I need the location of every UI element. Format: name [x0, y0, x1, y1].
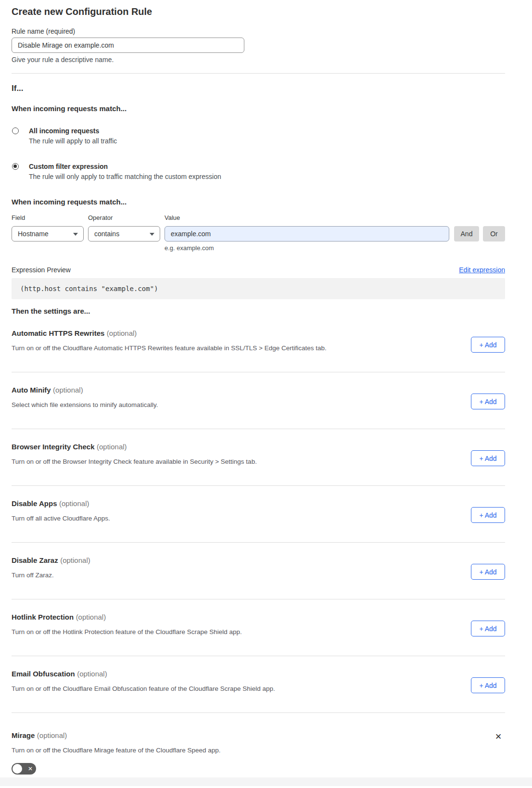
setting-hotlink-protection: Hotlink Protection (optional) Turn on or… — [12, 599, 505, 656]
toggle-knob — [13, 764, 22, 774]
setting-description: Turn off all active Cloudflare Apps. — [12, 514, 505, 522]
page-title: Create new Configuration Rule — [12, 7, 505, 16]
setting-disable-zaraz: Disable Zaraz (optional) Turn off Zaraz.… — [12, 543, 505, 599]
setting-email-obfuscation: Email Obfuscation (optional) Turn on or … — [12, 656, 505, 713]
and-button[interactable]: And — [454, 226, 479, 241]
operator-select[interactable]: contains — [88, 226, 160, 241]
operator-label: Operator — [88, 215, 165, 221]
rule-name-label: Rule name (required) — [12, 28, 505, 35]
expression-builder-row: Hostname contains And Or — [12, 226, 505, 241]
value-label: Value — [165, 215, 180, 221]
setting-title: Disable Zaraz — [12, 556, 58, 564]
rule-name-help: Give your rule a descriptive name. — [12, 56, 505, 63]
radio-description: The rule will apply to all traffic — [29, 137, 117, 145]
incoming-requests-heading: When incoming requests match... — [12, 104, 505, 113]
add-button[interactable]: + Add — [471, 337, 505, 353]
if-heading: If... — [12, 84, 505, 93]
setting-title: Browser Integrity Check — [12, 443, 95, 451]
radio-checked-icon[interactable] — [12, 163, 19, 170]
setting-description: Turn on or off the Browser Integrity Che… — [12, 458, 505, 466]
setting-disable-apps: Disable Apps (optional) Turn off all act… — [12, 486, 505, 543]
setting-title: Automatic HTTPS Rewrites — [12, 329, 104, 337]
create-configuration-rule-form: Create new Configuration Rule Rule name … — [0, 0, 532, 775]
field-select[interactable]: Hostname — [12, 226, 84, 241]
expression-preview-label: Expression Preview — [12, 266, 71, 274]
radio-custom-filter-expression[interactable]: Custom filter expression The rule will o… — [12, 163, 505, 181]
expression-builder-heading: When incoming requests match... — [12, 198, 505, 206]
add-button[interactable]: + Add — [471, 394, 505, 409]
add-button[interactable]: + Add — [471, 677, 505, 693]
setting-mirage: Mirage (optional) Turn on or off the Clo… — [12, 713, 505, 775]
then-settings-heading: Then the settings are... — [12, 307, 505, 315]
radio-all-incoming-requests[interactable]: All incoming requests The rule will appl… — [12, 127, 505, 145]
setting-description: Turn on or off the Cloudflare Automatic … — [12, 344, 505, 352]
setting-description: Turn off Zaraz. — [12, 571, 505, 579]
optional-tag: (optional) — [59, 499, 89, 508]
optional-tag: (optional) — [107, 329, 137, 337]
rule-name-input[interactable] — [12, 38, 244, 53]
setting-description: Select which file extensions to minify a… — [12, 401, 505, 409]
setting-auto-minify: Auto Minify (optional) Select which file… — [12, 372, 505, 429]
mirage-toggle-off[interactable]: ✕ — [12, 763, 36, 775]
or-button[interactable]: Or — [483, 226, 505, 241]
toggle-off-x-icon: ✕ — [28, 765, 33, 773]
chevron-down-icon — [73, 233, 78, 236]
value-input[interactable] — [165, 226, 449, 241]
radio-description: The rule will only apply to traffic matc… — [29, 173, 221, 181]
add-button[interactable]: + Add — [471, 564, 505, 580]
optional-tag: (optional) — [53, 386, 83, 394]
add-button[interactable]: + Add — [471, 621, 505, 636]
optional-tag: (optional) — [77, 670, 107, 678]
chevron-down-icon — [150, 233, 154, 236]
setting-description: Turn on or off the Cloudflare Email Obfu… — [12, 685, 505, 693]
edit-expression-link[interactable]: Edit expression — [459, 266, 505, 274]
bottom-strip — [0, 777, 532, 786]
optional-tag: (optional) — [60, 556, 90, 564]
setting-title: Auto Minify — [12, 386, 51, 394]
setting-title: Disable Apps — [12, 499, 57, 508]
setting-browser-integrity-check: Browser Integrity Check (optional) Turn … — [12, 429, 505, 486]
setting-title: Mirage — [12, 731, 35, 739]
setting-automatic-https-rewrites: Automatic HTTPS Rewrites (optional) Turn… — [12, 316, 505, 372]
setting-description: Turn on or off the Cloudflare Mirage fea… — [12, 746, 505, 754]
expression-preview-box: (http.host contains "example.com") — [12, 278, 505, 299]
section-divider — [12, 73, 505, 74]
field-label: Field — [12, 215, 88, 221]
add-button[interactable]: + Add — [471, 507, 505, 523]
close-icon[interactable]: ✕ — [494, 732, 503, 742]
radio-label: Custom filter expression — [29, 163, 221, 171]
setting-description: Turn on or off the Hotlink Protection fe… — [12, 628, 505, 636]
radio-label: All incoming requests — [29, 127, 117, 135]
optional-tag: (optional) — [76, 613, 106, 621]
radio-unchecked-icon[interactable] — [12, 127, 19, 134]
setting-title: Hotlink Protection — [12, 613, 74, 621]
optional-tag: (optional) — [97, 443, 127, 451]
optional-tag: (optional) — [37, 731, 67, 739]
add-button[interactable]: + Add — [471, 450, 505, 466]
value-hint: e.g. example.com — [165, 245, 505, 251]
setting-title: Email Obfuscation — [12, 670, 75, 678]
